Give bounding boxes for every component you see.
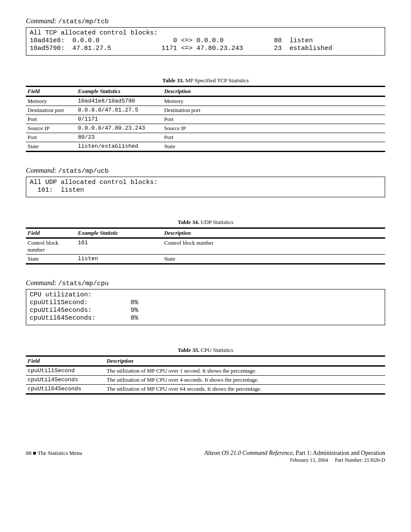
th-field: Field [26, 356, 105, 366]
table-row: Port 0/1171 Port [26, 115, 385, 124]
ucb-table-caption: Table 34. UDP Statistics [26, 219, 385, 226]
th-field: Field [26, 228, 76, 238]
footer-right: Alteon OS 21.0 Command Reference, Part 1… [204, 450, 385, 464]
cpu-console: CPU utilization: cpuUtil1Second: 8% cpuU… [26, 289, 385, 325]
table-row: Port 80/23 Port [26, 133, 385, 142]
th-desc: Description [162, 87, 385, 96]
cpu-command-line: Command: /stats/mp/cpu [26, 279, 385, 287]
table-row: State listen/established State [26, 142, 385, 152]
th-desc: Description [162, 228, 385, 238]
table-row: cpuUtil4Seconds The utilization of MP CP… [26, 376, 385, 385]
cpu-table: Field Description cpuUtil1Second The uti… [26, 355, 385, 395]
table-row: Memory 10ad41e8/10ad5790 Memory [26, 96, 385, 106]
ucb-command-line: Command: /stats/mp/ucb [26, 167, 385, 175]
ucb-table: Field Example Statistic Description Cont… [26, 227, 385, 264]
th-desc: Description [105, 356, 385, 366]
ucb-command-label: Command: [26, 167, 56, 174]
cpu-table-caption: Table 35. CPU Statistics [26, 347, 385, 354]
th-example: Example Statistic [76, 228, 162, 238]
table-row: State listen State [26, 255, 385, 264]
table-row: Destination port 0.0.0.0/47.81.27.5 Dest… [26, 106, 385, 115]
th-field: Field [26, 87, 76, 96]
table-row: cpuUtil1Second The utilization of MP CPU… [26, 366, 385, 376]
tcb-command-line: Command: /stats/mp/tcb [26, 17, 385, 25]
tcb-console: All TCP allocated control blocks: 10ad41… [26, 27, 385, 56]
ucb-command-value: /stats/mp/ucb [58, 168, 109, 175]
footer-left: 88 ■ The Statistics Menu [26, 450, 82, 457]
tcb-command-label: Command: [26, 17, 56, 25]
table-row: Control block number 161 Control block n… [26, 238, 385, 255]
cpu-command-value: /stats/mp/cpu [58, 280, 109, 287]
th-example: Example Statistics [76, 87, 162, 96]
table-row: cpuUtil64Seconds The utilization of MP C… [26, 385, 385, 394]
tcb-command-value: /stats/mp/tcb [58, 18, 109, 25]
ucb-console: All UDP allocated control blocks: 161: l… [26, 177, 385, 197]
tcb-table: Field Example Statistics Description Mem… [26, 86, 385, 152]
cpu-command-label: Command: [26, 279, 56, 286]
table-row: Source IP 0.0.0.0/47.80.23.243 Source IP [26, 124, 385, 133]
page-footer: 88 ■ The Statistics Menu Alteon OS 21.0 … [26, 437, 385, 464]
tcb-table-caption: Table 33. MP Specified TCP Statistics [26, 77, 385, 84]
